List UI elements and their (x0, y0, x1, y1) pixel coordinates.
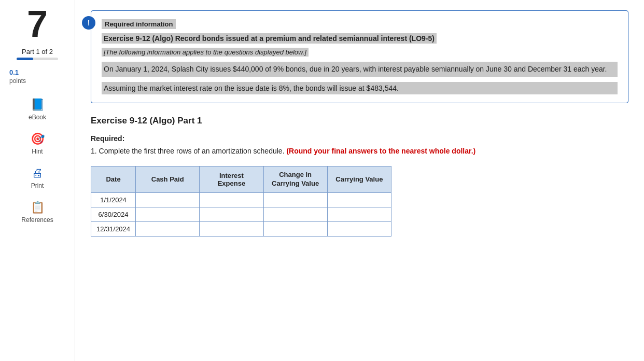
change-cv-cell-input[interactable] (269, 211, 322, 218)
date-cell: 12/31/2024 (91, 221, 136, 236)
sidebar-item-print[interactable]: 🖨 Print (11, 163, 63, 192)
interest-expense-cell[interactable] (200, 192, 263, 207)
col-header-date: Date (91, 166, 136, 193)
sidebar: 7 Part 1 of 2 0.1 points 📘 eBook 🎯 Hint … (0, 0, 75, 361)
sidebar-item-references[interactable]: 📋 References (11, 198, 63, 227)
sidebar-tools: 📘 eBook 🎯 Hint 🖨 Print 📋 References (0, 95, 75, 227)
references-icon: 📋 (31, 201, 45, 214)
cash-paid-cell-input[interactable] (141, 196, 194, 204)
cash-paid-cell[interactable] (136, 192, 200, 207)
info-icon: ! (82, 16, 95, 30)
ebook-label: eBook (29, 114, 46, 121)
info-footer-text: Assuming the market interest rate on the… (102, 82, 618, 94)
points-value: 0.1 (0, 68, 19, 76)
sidebar-item-ebook[interactable]: 📘 eBook (11, 95, 63, 124)
page-number: 7 (27, 5, 48, 43)
required-information-label: Required information (102, 19, 176, 29)
cash-paid-cell[interactable] (136, 221, 200, 236)
interest-expense-cell-input[interactable] (205, 225, 258, 233)
instruction-text: 1. Complete the first three rows of an a… (91, 146, 628, 157)
amortization-table: Date Cash Paid Interest Expense Change i… (91, 166, 391, 237)
interest-expense-cell[interactable] (200, 207, 263, 221)
info-box: ! Required information Exercise 9-12 (Al… (91, 10, 628, 103)
carrying-value-cell-input[interactable] (333, 211, 386, 218)
cash-paid-cell-input[interactable] (141, 225, 194, 233)
table-row: 12/31/2024 (91, 221, 391, 236)
cash-paid-cell[interactable] (136, 207, 200, 221)
hint-icon: 🎯 (31, 132, 45, 146)
exercise-part-title: Exercise 9-12 (Algo) Part 1 (91, 116, 628, 126)
date-cell: 6/30/2024 (91, 207, 136, 221)
col-header-cash-paid: Cash Paid (136, 166, 200, 193)
date-cell: 1/1/2024 (91, 192, 136, 207)
interest-expense-cell-input[interactable] (205, 211, 258, 218)
col-header-change-cv: Change inCarrying Value (263, 166, 327, 193)
carrying-value-cell[interactable] (327, 207, 391, 221)
main-content: ! Required information Exercise 9-12 (Al… (75, 0, 644, 361)
change-cv-cell[interactable] (263, 221, 327, 236)
change-cv-cell[interactable] (263, 192, 327, 207)
info-italic-note: [The following information applies to th… (102, 48, 309, 57)
references-label: References (21, 216, 53, 224)
print-label: Print (31, 182, 44, 189)
points-label: points (0, 77, 26, 85)
info-body-text: On January 1, 2024, Splash City issues $… (102, 62, 618, 77)
table-row: 6/30/2024 (91, 207, 391, 221)
carrying-value-cell-input[interactable] (333, 225, 386, 233)
cash-paid-cell-input[interactable] (141, 211, 194, 218)
exercise-title-header: Exercise 9-12 (Algo) Record bonds issued… (102, 33, 437, 44)
col-header-carrying-value: Carrying Value (327, 166, 391, 193)
change-cv-cell-input[interactable] (269, 225, 322, 233)
change-cv-cell[interactable] (263, 207, 327, 221)
sidebar-item-hint[interactable]: 🎯 Hint (11, 129, 63, 158)
carrying-value-cell[interactable] (327, 221, 391, 236)
interest-expense-cell-input[interactable] (205, 196, 258, 204)
part-label: Part 1 of 2 (22, 48, 53, 55)
carrying-value-cell-input[interactable] (333, 196, 386, 204)
change-cv-cell-input[interactable] (269, 196, 322, 204)
progress-fill (17, 58, 33, 60)
required-label: Required: (91, 134, 628, 143)
print-icon: 🖨 (32, 166, 43, 180)
carrying-value-cell[interactable] (327, 192, 391, 207)
col-header-interest-expense: Interest Expense (200, 166, 263, 193)
progress-bar (17, 58, 58, 60)
instruction-bold: (Round your final answers to the nearest… (286, 147, 475, 155)
instruction-static: 1. Complete the first three rows of an a… (91, 147, 285, 155)
hint-label: Hint (32, 148, 43, 155)
ebook-icon: 📘 (31, 98, 45, 112)
interest-expense-cell[interactable] (200, 221, 263, 236)
table-row: 1/1/2024 (91, 192, 391, 207)
